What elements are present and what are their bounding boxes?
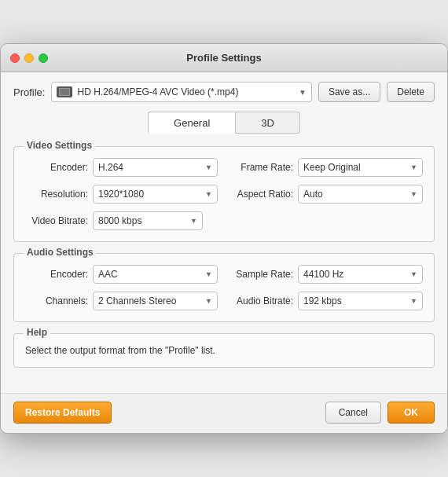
right-buttons: Cancel OK (325, 402, 435, 424)
resolution-chevron-icon: ▼ (205, 190, 212, 198)
audio-bitrate-dropdown[interactable]: 192 kbps ▼ (298, 292, 423, 310)
sample-rate-chevron-icon: ▼ (410, 270, 417, 278)
frame-rate-chevron-icon: ▼ (410, 163, 417, 171)
profile-settings-window: Profile Settings Profile: HD H.264/MPEG-… (0, 43, 448, 434)
save-as-button[interactable]: Save as... (318, 82, 380, 102)
frame-rate-label: Frame Rate: (230, 162, 293, 173)
encoder-dropdown[interactable]: H.264 ▼ (93, 158, 218, 177)
restore-defaults-button[interactable]: Restore Defaults (13, 402, 112, 424)
ok-button[interactable]: OK (387, 402, 435, 424)
titlebar: Profile Settings (1, 44, 447, 72)
video-settings-section: Video Settings Encoder: H.264 ▼ Frame Ra… (13, 146, 435, 242)
audio-settings-section: Audio Settings Encoder: AAC ▼ Sample Rat… (13, 253, 435, 322)
audio-encoder-dropdown[interactable]: AAC ▼ (93, 265, 218, 284)
audio-settings-title: Audio Settings (24, 247, 97, 258)
resolution-label: Resolution: (25, 189, 88, 200)
resolution-row: Resolution: 1920*1080 ▼ (25, 185, 218, 204)
profile-selected-value: HD H.264/MPEG-4 AVC Video (*.mp4) (77, 86, 296, 97)
profile-dropdown[interactable]: HD H.264/MPEG-4 AVC Video (*.mp4) ▼ (51, 82, 311, 102)
audio-encoder-label: Encoder: (25, 269, 88, 280)
audio-bitrate-value: 192 kbps (303, 295, 410, 306)
video-bitrate-row: Video Bitrate: 8000 kbps ▼ (25, 211, 423, 230)
sample-rate-dropdown[interactable]: 44100 Hz ▼ (298, 265, 423, 284)
video-bitrate-dropdown[interactable]: 8000 kbps ▼ (93, 211, 203, 230)
profile-icon-inner (59, 88, 70, 96)
frame-rate-value: Keep Original (303, 162, 410, 173)
window-title: Profile Settings (186, 52, 261, 64)
audio-encoder-chevron-icon: ▼ (205, 270, 212, 278)
close-button[interactable] (10, 53, 20, 63)
channels-chevron-icon: ▼ (205, 297, 212, 305)
channels-dropdown[interactable]: 2 Channels Stereo ▼ (93, 292, 218, 310)
encoder-label: Encoder: (25, 162, 88, 173)
profile-icon (57, 86, 72, 97)
main-content: Profile: HD H.264/MPEG-4 AVC Video (*.mp… (1, 72, 447, 393)
audio-encoder-row: Encoder: AAC ▼ (25, 265, 218, 284)
help-title: Help (24, 327, 50, 338)
aspect-ratio-value: Auto (303, 189, 410, 200)
resolution-value: 1920*1080 (98, 189, 205, 200)
sample-rate-row: Sample Rate: 44100 Hz ▼ (230, 265, 423, 284)
audio-encoder-value: AAC (98, 269, 205, 280)
help-text: Select the output format from the "Profi… (25, 345, 423, 356)
aspect-ratio-dropdown[interactable]: Auto ▼ (298, 185, 423, 204)
minimize-button[interactable] (24, 53, 34, 63)
video-bitrate-label: Video Bitrate: (25, 215, 88, 226)
encoder-row: Encoder: H.264 ▼ (25, 158, 218, 177)
sample-rate-value: 44100 Hz (303, 269, 410, 280)
encoder-value: H.264 (98, 162, 205, 173)
audio-settings-grid: Encoder: AAC ▼ Sample Rate: 44100 Hz ▼ (25, 265, 423, 310)
channels-label: Channels: (25, 295, 88, 306)
audio-bitrate-row: Audio Bitrate: 192 kbps ▼ (230, 292, 423, 310)
encoder-chevron-icon: ▼ (205, 163, 212, 171)
aspect-ratio-row: Aspect Ratio: Auto ▼ (230, 185, 423, 204)
tabs-row: General 3D (13, 112, 435, 134)
video-bitrate-chevron-icon: ▼ (190, 217, 197, 225)
help-section: Help Select the output format from the "… (13, 333, 435, 368)
profile-label: Profile: (13, 86, 45, 98)
audio-bitrate-chevron-icon: ▼ (410, 297, 417, 305)
cancel-button[interactable]: Cancel (325, 402, 381, 424)
traffic-lights (10, 53, 48, 63)
video-settings-grid: Encoder: H.264 ▼ Frame Rate: Keep Origin… (25, 158, 423, 204)
audio-bitrate-label: Audio Bitrate: (230, 295, 293, 306)
aspect-ratio-chevron-icon: ▼ (410, 190, 417, 198)
channels-row: Channels: 2 Channels Stereo ▼ (25, 292, 218, 310)
channels-value: 2 Channels Stereo (98, 295, 205, 306)
profile-row: Profile: HD H.264/MPEG-4 AVC Video (*.mp… (13, 82, 435, 102)
video-bitrate-value: 8000 kbps (98, 215, 190, 226)
sample-rate-label: Sample Rate: (230, 269, 293, 280)
aspect-ratio-label: Aspect Ratio: (230, 189, 293, 200)
maximize-button[interactable] (39, 53, 48, 63)
tab-3d[interactable]: 3D (236, 112, 300, 134)
video-settings-title: Video Settings (24, 140, 95, 151)
bottom-bar: Restore Defaults Cancel OK (1, 393, 447, 433)
frame-rate-row: Frame Rate: Keep Original ▼ (230, 158, 423, 177)
resolution-dropdown[interactable]: 1920*1080 ▼ (93, 185, 218, 204)
tab-general[interactable]: General (148, 112, 236, 134)
delete-button[interactable]: Delete (387, 82, 435, 102)
frame-rate-dropdown[interactable]: Keep Original ▼ (298, 158, 423, 177)
chevron-down-icon: ▼ (299, 88, 307, 97)
